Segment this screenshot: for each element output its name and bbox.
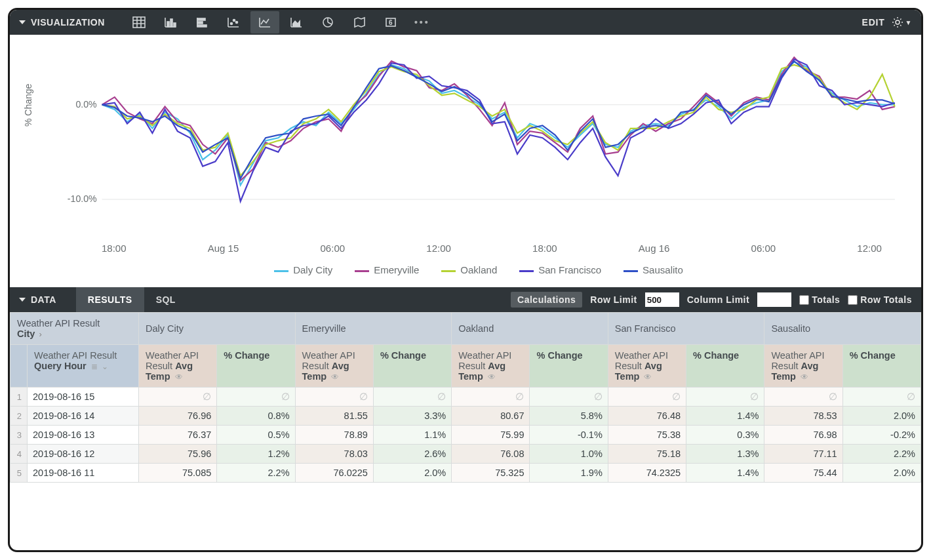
- vis-type-line-icon[interactable]: [250, 11, 279, 33]
- calc-cell[interactable]: 2.0%: [373, 464, 451, 483]
- measure-cell[interactable]: 75.325: [452, 464, 530, 483]
- calc-cell[interactable]: 1.9%: [530, 464, 608, 483]
- calc-header[interactable]: % Change: [217, 345, 295, 388]
- column-limit-input[interactable]: [757, 292, 791, 307]
- measure-header[interactable]: Weather API Result Avg Temp 👁: [139, 345, 217, 388]
- settings-gear-icon[interactable]: ▼: [892, 16, 912, 28]
- measure-cell[interactable]: 81.55: [295, 407, 373, 426]
- measure-cell[interactable]: 80.67: [452, 407, 530, 426]
- null-cell: ∅: [295, 388, 373, 407]
- calc-cell[interactable]: 1.2%: [217, 445, 295, 464]
- edit-button[interactable]: EDIT: [862, 17, 885, 28]
- null-cell: ∅: [764, 388, 842, 407]
- measure-cell[interactable]: 75.99: [452, 426, 530, 445]
- vis-type-area-icon[interactable]: [282, 11, 311, 33]
- calc-header[interactable]: % Change: [686, 345, 764, 388]
- calc-cell[interactable]: 1.4%: [686, 464, 764, 483]
- vis-type-more-icon[interactable]: •••: [408, 11, 437, 33]
- vis-type-single-value-icon[interactable]: 6: [376, 11, 405, 33]
- pivot-dimension-header[interactable]: Weather API ResultCity ›: [10, 313, 139, 345]
- measure-cell[interactable]: 76.48: [608, 407, 686, 426]
- pivot-value-header[interactable]: Oakland: [452, 313, 608, 345]
- svg-text:0.0%: 0.0%: [75, 99, 96, 110]
- vis-type-map-icon[interactable]: [345, 11, 374, 33]
- pivot-value-header[interactable]: Emeryville: [295, 313, 452, 345]
- measure-cell[interactable]: 76.98: [764, 426, 842, 445]
- measure-cell[interactable]: 76.08: [452, 445, 530, 464]
- calc-cell[interactable]: 0.8%: [217, 407, 295, 426]
- dimension-cell[interactable]: 2019-08-16 11: [28, 464, 139, 483]
- measure-cell[interactable]: 78.03: [295, 445, 373, 464]
- dimension-cell[interactable]: 2019-08-16 15: [28, 388, 139, 407]
- collapse-caret-icon[interactable]: [19, 298, 26, 302]
- measure-cell[interactable]: 76.37: [139, 426, 217, 445]
- calc-header[interactable]: % Change: [842, 345, 921, 388]
- x-tick: 12:00: [426, 243, 451, 254]
- results-table-wrap[interactable]: Weather API ResultCity ›Daly CityEmeryvi…: [10, 312, 921, 550]
- measure-header[interactable]: Weather API Result Avg Temp 👁: [608, 345, 686, 388]
- measure-cell[interactable]: 74.2325: [608, 464, 686, 483]
- vis-type-table-icon[interactable]: [125, 11, 153, 33]
- calc-cell[interactable]: 1.1%: [373, 426, 451, 445]
- pivot-value-header[interactable]: San Francisco: [608, 313, 764, 345]
- row-dimension-header[interactable]: Weather API Result Query Hour ≣⌄: [28, 345, 139, 388]
- measure-header[interactable]: Weather API Result Avg Temp 👁: [295, 345, 373, 388]
- calc-cell[interactable]: 2.0%: [842, 464, 921, 483]
- calc-cell[interactable]: 2.2%: [842, 445, 921, 464]
- row-totals-checkbox[interactable]: Row Totals: [848, 294, 912, 305]
- legend-item[interactable]: San Francisco: [519, 264, 601, 275]
- vis-type-scatter-icon[interactable]: [219, 11, 248, 33]
- svg-rect-0: [133, 17, 145, 28]
- calc-cell[interactable]: 1.0%: [530, 445, 608, 464]
- measure-cell[interactable]: 75.96: [139, 445, 217, 464]
- calc-cell[interactable]: 5.8%: [530, 407, 608, 426]
- legend-item[interactable]: Oakland: [441, 264, 497, 275]
- calc-cell[interactable]: 2.0%: [842, 407, 921, 426]
- calc-cell[interactable]: 0.3%: [686, 426, 764, 445]
- row-limit-input[interactable]: [645, 292, 679, 307]
- calc-cell[interactable]: 2.2%: [217, 464, 295, 483]
- measure-cell[interactable]: 77.11: [764, 445, 842, 464]
- measure-header[interactable]: Weather API Result Avg Temp 👁: [764, 345, 842, 388]
- chart-area: % Change 0.0%-10.0% 18:00Aug 1506:0012:0…: [10, 35, 921, 287]
- measure-cell[interactable]: 75.085: [139, 464, 217, 483]
- calc-header[interactable]: % Change: [530, 345, 608, 388]
- measure-cell[interactable]: 75.18: [608, 445, 686, 464]
- measure-cell[interactable]: 75.38: [608, 426, 686, 445]
- calc-cell[interactable]: 1.3%: [686, 445, 764, 464]
- measure-cell[interactable]: 78.53: [764, 407, 842, 426]
- calc-cell[interactable]: -0.2%: [842, 426, 921, 445]
- legend-item[interactable]: Emeryville: [355, 264, 419, 275]
- collapse-caret-icon[interactable]: [19, 20, 26, 24]
- tab-sql[interactable]: SQL: [144, 287, 188, 312]
- measure-cell[interactable]: 76.0225: [295, 464, 373, 483]
- measure-cell[interactable]: 78.89: [295, 426, 373, 445]
- calc-cell[interactable]: 2.6%: [373, 445, 451, 464]
- pivot-value-header[interactable]: Sausalito: [764, 313, 921, 345]
- measure-header[interactable]: Weather API Result Avg Temp 👁: [452, 345, 530, 388]
- legend-item[interactable]: Daly City: [274, 264, 332, 275]
- vis-type-pie-icon[interactable]: [313, 11, 342, 33]
- calculations-button[interactable]: Calculations: [511, 292, 582, 308]
- calc-cell[interactable]: 1.4%: [686, 407, 764, 426]
- measure-cell[interactable]: 75.44: [764, 464, 842, 483]
- vis-type-bar-icon[interactable]: [188, 11, 216, 33]
- calc-cell[interactable]: 0.5%: [217, 426, 295, 445]
- calc-cell[interactable]: 3.3%: [373, 407, 451, 426]
- dimension-cell[interactable]: 2019-08-16 13: [28, 426, 139, 445]
- calc-cell[interactable]: -0.1%: [530, 426, 608, 445]
- dimension-cell[interactable]: 2019-08-16 12: [28, 445, 139, 464]
- visualization-bar: VISUALIZATION 6 ••• EDIT ▼: [10, 10, 921, 35]
- line-chart[interactable]: 0.0%-10.0%: [49, 41, 908, 238]
- totals-checkbox[interactable]: Totals: [799, 294, 840, 305]
- chart-legend: Daly CityEmeryvilleOaklandSan FranciscoS…: [49, 264, 908, 275]
- calc-header[interactable]: % Change: [373, 345, 451, 388]
- vis-type-column-icon[interactable]: [156, 11, 185, 33]
- measure-cell[interactable]: 76.96: [139, 407, 217, 426]
- dimension-cell[interactable]: 2019-08-16 14: [28, 407, 139, 426]
- legend-item[interactable]: Sausalito: [624, 264, 683, 275]
- results-table: Weather API ResultCity ›Daly CityEmeryvi…: [10, 312, 921, 483]
- tab-results[interactable]: RESULTS: [76, 287, 144, 312]
- pivot-value-header[interactable]: Daly City: [139, 313, 296, 345]
- svg-text:6: 6: [389, 19, 393, 26]
